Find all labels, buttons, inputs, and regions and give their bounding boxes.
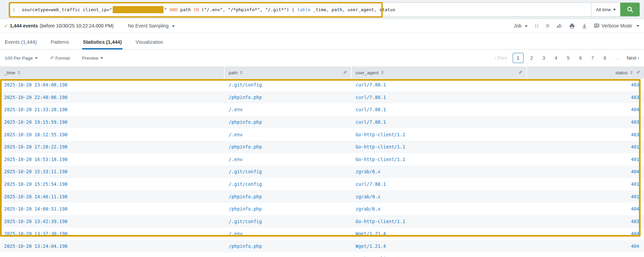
cell-status[interactable]: 403 (527, 219, 644, 224)
column-header-time[interactable]: _time (0, 66, 225, 79)
cell-user-agent[interactable]: curl/7.88.1 (352, 181, 527, 187)
cell-user-agent[interactable]: curl/7.88.1 (352, 119, 527, 125)
cell-user-agent[interactable]: Go-http-client/1.1 (352, 132, 527, 137)
search-mode-dropdown[interactable]: Verbose Mode (594, 23, 639, 28)
cell-status[interactable]: 404 (527, 243, 644, 249)
cell-user-agent[interactable]: Go-http-client/1.1 (352, 219, 527, 224)
cell-path[interactable]: /.env (225, 157, 352, 162)
cell-path[interactable]: /.git/config (225, 82, 352, 87)
cell-path[interactable]: /.env (225, 256, 352, 257)
search-bar: 1 sourcetype=web_traffic client_ip="" AN… (8, 2, 640, 17)
cell-status[interactable]: 403 (527, 132, 644, 137)
cell-user-agent[interactable]: curl/7.88.1 (352, 95, 527, 100)
cell-user-agent[interactable]: Wget/1.21.4 (352, 231, 527, 236)
pause-job-button[interactable] (535, 24, 539, 28)
cell-status[interactable]: 401 (527, 194, 644, 199)
cell-user-agent[interactable]: Go-http-client/1.1 (352, 157, 527, 162)
cell-path[interactable]: /.git/config (225, 181, 352, 187)
cell-path[interactable]: /phpinfo.php (225, 194, 352, 199)
job-menu-button[interactable]: Job (514, 23, 527, 28)
cell-time[interactable]: 2025-10-20 15:33:11.198 (0, 169, 225, 174)
cell-time[interactable]: 2025-10-20 13:10:43.198 (0, 256, 225, 257)
chevron-down-icon (525, 25, 528, 27)
cell-time[interactable]: 2025-10-20 23:04:08.198 (0, 82, 225, 87)
tab-events-1-444[interactable]: Events (1,444) (4, 39, 37, 50)
cell-path[interactable]: /phpinfo.php (225, 243, 352, 249)
pagination-page-8[interactable]: 8 (601, 53, 609, 63)
cell-time[interactable]: 2025-10-20 14:00:51.198 (0, 206, 225, 212)
cell-status[interactable]: 404 (527, 256, 644, 257)
sort-icon (381, 71, 384, 74)
time-range-picker[interactable]: All time (591, 3, 620, 16)
cell-time[interactable]: 2025-10-20 22:48:06.198 (0, 95, 225, 100)
cell-user-agent[interactable]: Wget/1.21.4 (352, 243, 527, 249)
cell-user-agent[interactable]: curl/7.88.1 (352, 82, 527, 87)
cell-time[interactable]: 2025-10-20 13:37:30.198 (0, 231, 225, 236)
tab-statistics-1-444[interactable]: Statistics (1,444) (82, 39, 122, 50)
search-button[interactable] (620, 3, 640, 16)
cell-status[interactable]: 401 (527, 181, 644, 187)
cell-time[interactable]: 2025-10-20 15:25:54.198 (0, 181, 225, 187)
export-button[interactable] (582, 23, 587, 28)
cell-user-agent[interactable]: zgrab/0.x (352, 169, 527, 174)
pagination-page-7[interactable]: 7 (589, 53, 597, 63)
tab-patterns[interactable]: Patterns (50, 39, 70, 50)
cell-path[interactable]: /phpinfo.php (225, 144, 352, 150)
sort-icon (630, 71, 633, 74)
edit-column-icon[interactable]: ✎ (343, 70, 347, 75)
print-button[interactable] (569, 23, 575, 28)
search-query-input[interactable]: sourcetype=web_traffic client_ip="" AND … (19, 3, 591, 16)
cell-status[interactable]: 404 (527, 231, 644, 236)
stop-job-button[interactable] (546, 24, 549, 27)
cell-user-agent[interactable]: Go-http-client/1.1 (352, 144, 527, 150)
cell-time[interactable]: 2025-10-20 19:15:59.198 (0, 119, 225, 125)
cell-path[interactable]: /.env (225, 132, 352, 137)
cell-path[interactable]: /.git/config (225, 169, 352, 174)
table-header-row: _timepath✎user_agent✎status✎ (0, 66, 644, 79)
event-sampling-dropdown[interactable]: No Event Sampling (128, 23, 175, 28)
cell-time[interactable]: 2025-10-20 18:12:55.198 (0, 132, 225, 137)
cell-status[interactable]: 403 (527, 119, 644, 125)
cell-status[interactable]: 404 (527, 206, 644, 212)
chevron-down-icon (637, 25, 639, 27)
pagination-page-4[interactable]: 4 (552, 53, 560, 63)
preview-dropdown[interactable]: Preview (82, 56, 103, 61)
pagination-next-button[interactable]: Next › (627, 55, 639, 61)
column-header-user-agent[interactable]: user_agent✎ (352, 66, 527, 79)
cell-user-agent[interactable]: zgrab/0.x (352, 206, 527, 212)
cell-path[interactable]: /.env (225, 107, 352, 112)
cell-status[interactable]: 404 (527, 169, 644, 174)
cell-user-agent[interactable]: zgrab/0.x (352, 194, 527, 199)
cell-status[interactable]: 404 (527, 107, 644, 112)
column-header-path[interactable]: path✎ (225, 66, 352, 79)
column-header-status[interactable]: status✎ (527, 66, 644, 79)
pagination-page-5[interactable]: 5 (564, 53, 572, 63)
cell-path[interactable]: /.env (225, 231, 352, 236)
cell-path[interactable]: /phpinfo.php (225, 119, 352, 125)
edit-column-icon[interactable]: ✎ (636, 70, 640, 75)
cell-status[interactable]: 403 (527, 95, 644, 100)
tab-visualization[interactable]: Visualization (135, 39, 164, 50)
cell-user-agent[interactable]: Go-http-client/1.1 (352, 256, 527, 257)
share-job-button[interactable] (556, 23, 562, 28)
format-button[interactable]: ✎ Format (50, 55, 70, 61)
cell-time[interactable]: 2025-10-20 21:33:28.198 (0, 107, 225, 112)
pagination-page-1[interactable]: 1 (513, 53, 524, 63)
cell-status[interactable]: 403 (527, 82, 644, 87)
cell-path[interactable]: /phpinfo.php (225, 206, 352, 212)
cell-path[interactable]: /phpinfo.php (225, 95, 352, 100)
pagination-page-2[interactable]: 2 (528, 53, 536, 63)
cell-status[interactable]: 401 (527, 144, 644, 150)
cell-user-agent[interactable]: curl/7.88.1 (352, 107, 527, 112)
cell-time[interactable]: 2025-10-20 13:24:04.198 (0, 243, 225, 249)
cell-time[interactable]: 2025-10-20 13:42:39.198 (0, 219, 225, 224)
per-page-dropdown[interactable]: 100 Per Page (5, 56, 38, 61)
pagination-page-3[interactable]: 3 (540, 53, 548, 63)
cell-time[interactable]: 2025-10-20 14:46:11.198 (0, 194, 225, 199)
pagination-page-6[interactable]: 6 (576, 53, 585, 63)
cell-path[interactable]: /.git/config (225, 219, 352, 224)
cell-time[interactable]: 2025-10-20 16:53:18.198 (0, 157, 225, 162)
cell-status[interactable]: 401 (527, 157, 644, 162)
cell-time[interactable]: 2025-10-20 17:20:22.198 (0, 144, 225, 150)
edit-column-icon[interactable]: ✎ (518, 70, 522, 75)
